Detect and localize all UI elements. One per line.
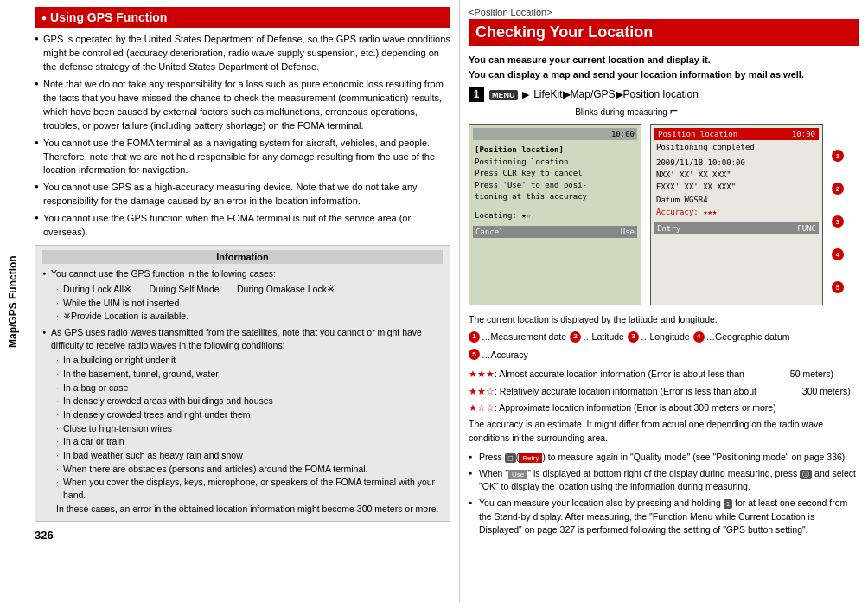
screen2-time: 10:00 [792, 130, 815, 138]
note-bullet-list: Press ◻(Retry) to measure again in "Qual… [469, 451, 859, 536]
arrow-icon: ▶ [522, 89, 529, 99]
legend-row-2: 5 …Accuracy [469, 348, 859, 362]
info-item: You cannot use the GPS function in the f… [42, 267, 443, 280]
legend-circle-5: 5 [469, 349, 480, 360]
legend-item-2: 2 …Latitude [570, 330, 624, 344]
sub-item: During Lock All※ During Self Mode During… [56, 283, 443, 296]
blink-label: Blinks during measuring ⌐ [469, 107, 678, 117]
note-item-1: Press ◻(Retry) to measure again in "Qual… [469, 451, 859, 464]
legend-item-1: 1 …Measurement date [469, 330, 566, 344]
sub-item: Close to high-tension wires [56, 422, 443, 435]
legend-section: The current location is displayed by the… [469, 312, 859, 362]
screen2-header: Position location 10:00 [654, 128, 819, 140]
info-key[interactable]: ⓘ [800, 470, 812, 479]
circle-1: 1 [832, 150, 844, 162]
legend-label-3: …Longitude [641, 330, 690, 344]
sub-item: When you cover the displays, keys, micro… [56, 476, 443, 501]
date-row: 2009/11/18 10:00:00 [656, 157, 817, 169]
screen-2: Position location 10:00 Positioning comp… [650, 124, 823, 305]
screen-1: 10:00 [Position location] Positioning lo… [469, 124, 641, 305]
legend-row: 1 …Measurement date 2 …Latitude 3 …Longi… [469, 330, 859, 344]
stars-3: ★☆☆ [469, 402, 495, 413]
sub-item: While the UIM is not inserted [56, 297, 443, 310]
legend-note: The current location is displayed by the… [469, 312, 859, 327]
step-text: LifeKit▶Map/GPS▶Position location [533, 88, 699, 100]
right-top-label: <Position Location> [469, 7, 859, 17]
screen1-line: Positioning location [475, 157, 635, 169]
positioning-status: Positioning completed [656, 142, 817, 154]
coords-table: 2009/11/18 10:00:00 NXX' XX' XX XXX" EXX… [656, 157, 817, 219]
legend-label-4: …Geographic datum [706, 330, 790, 344]
info-list: You cannot use the GPS function in the f… [42, 267, 443, 280]
legend-circle-3: 3 [628, 331, 639, 343]
screen1-line: tioning at this accuracy [475, 191, 635, 203]
list-item: You cannot use the FOMA terminal as a na… [35, 137, 450, 178]
info-sublist-2: In a building or right under it In the b… [56, 354, 443, 515]
note-item-2: When "Use" is displayed at bottom right … [469, 467, 859, 493]
accuracy-desc: ★★★: Almost accurate location informatio… [469, 367, 859, 445]
page-number: 326 [35, 529, 450, 542]
screen2-footer: Entry FUNC [654, 222, 819, 234]
sub-item: In bad weather such as heavy rain and sn… [56, 449, 443, 462]
accuracy-line-2: ★★☆: Relatively accurate location inform… [469, 384, 859, 398]
retry-key[interactable]: ◻ [505, 453, 516, 463]
screen1-line: [Position location] [475, 144, 635, 157]
sub-item: When there are obstacles (persons and ar… [56, 463, 443, 476]
legend-label-2: …Latitude [583, 330, 624, 344]
locating-line: Locating: ★☆ [475, 210, 635, 222]
datum-row: Datum WGS84 [656, 194, 817, 206]
intro-text: You can measure your current location an… [469, 53, 859, 81]
screen2-body: Positioning completed 2009/11/18 10:00:0… [654, 140, 819, 220]
info-box: Information You cannot use the GPS funct… [35, 245, 450, 521]
footer-func: FUNC [797, 224, 816, 233]
accuracy-note: The accuracy is an estimate. It might di… [469, 417, 859, 446]
stars-2: ★★☆ [469, 386, 495, 396]
screen1-header-right: 10:00 [611, 130, 635, 138]
accuracy-line-3: ★☆☆: Approximate location information (E… [469, 401, 859, 414]
list-item: GPS is operated by the United States Dep… [35, 33, 450, 74]
main-bullet-list: GPS is operated by the United States Dep… [35, 33, 450, 240]
circle-5: 5 [832, 281, 844, 293]
legend-label-1: …Measurement date [482, 330, 566, 344]
legend-label-5: …Accuracy [482, 348, 528, 362]
list-item: You cannot use the GPS function when the… [35, 212, 450, 240]
circle-numbers: 1 2 3 4 5 [832, 124, 844, 305]
nxx-row: NXX' XX' XX XXX" [656, 169, 817, 181]
list-item: Note that we do not take any responsibil… [35, 78, 450, 133]
screen1-body: [Position location] Positioning location… [473, 143, 637, 223]
sub-item: In these cases, an error in the obtained… [56, 503, 443, 516]
legend-circle-1: 1 [469, 331, 480, 343]
list-item: You cannot use GPS as a high-accuracy me… [35, 181, 450, 208]
sub-item: In the basement, tunnel, ground, water [56, 368, 443, 381]
legend-item-5: 5 …Accuracy [469, 348, 528, 362]
stars-1: ★★★ [469, 369, 495, 379]
screen1-footer: Cancel Use [473, 226, 637, 238]
note-item-3: You can measure your location also by pr… [469, 497, 859, 536]
use-box: Use [508, 470, 527, 479]
sub-item: In densely crowded areas with buildings … [56, 395, 443, 407]
exx-row: EXXX' XX' XX XXX" [656, 181, 817, 193]
retry-box: Retry [519, 453, 542, 463]
footer-cancel: Cancel [475, 228, 504, 236]
key-1[interactable]: 1 [724, 499, 732, 509]
legend-item-3: 3 …Longitude [628, 330, 690, 344]
sub-item: In densely crowded trees and right under… [56, 408, 443, 421]
accuracy-line-1: ★★★: Almost accurate location informatio… [469, 367, 859, 381]
circle-3: 3 [832, 215, 844, 228]
screen1-line: Press 'Use' to end posi- [475, 180, 635, 192]
step-row: 1 MENU ▶ LifeKit▶Map/GPS▶Position locati… [469, 87, 859, 102]
menu-key[interactable]: MENU [489, 90, 518, 100]
info-sublist-1: During Lock All※ During Self Mode During… [56, 283, 443, 323]
footer-entry: Entry [657, 224, 680, 233]
left-section-title: Using GPS Function [35, 7, 450, 28]
screens-container: 10:00 [Position location] Positioning lo… [469, 124, 859, 305]
right-panel: <Position Location> Checking Your Locati… [460, 0, 868, 603]
screen1-header: 10:00 [473, 128, 637, 140]
screen1-line: Press CLR key to cancel [475, 168, 635, 180]
footer-use: Use [621, 228, 635, 236]
sub-item: ※Provide Location is available. [56, 310, 443, 323]
info-list-2: As GPS uses radio waves transmitted from… [42, 326, 443, 351]
circle-4: 4 [832, 248, 844, 260]
sidebar-label: Map/GPS Function [0, 0, 26, 603]
step-content: MENU ▶ LifeKit▶Map/GPS▶Position location [489, 87, 699, 102]
